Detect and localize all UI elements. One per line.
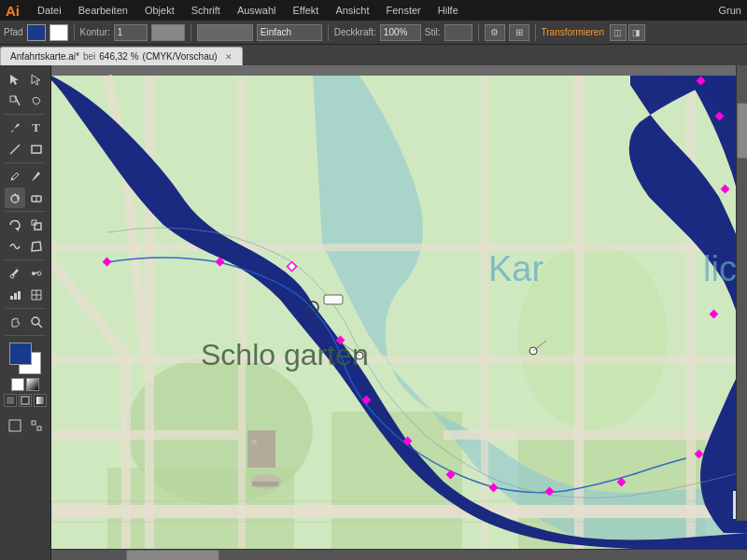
svg-line-18 [38,324,42,328]
tool-row-pen: T [5,118,47,138]
svg-rect-21 [36,397,44,404]
scrollbar-thumb-h[interactable] [126,550,219,560]
transformieren-btn[interactable]: Transformieren [542,27,604,37]
tool-blob-brush[interactable] [5,188,25,208]
gradient-swatch[interactable] [26,378,39,391]
transform-x-btn[interactable]: ◫ [610,24,627,41]
svg-rect-16 [18,291,21,300]
tab-zoom-value: 646,32 % [99,51,138,62]
menu-ansicht[interactable]: Ansicht [331,3,374,18]
menu-hilfe[interactable]: Hilfe [433,3,463,18]
svg-rect-37 [238,76,246,550]
tab-close-btn[interactable]: ✕ [225,52,233,62]
tool-chart[interactable] [5,285,25,305]
svg-text:Schlo   garten: Schlo garten [201,338,369,371]
gradient-mode[interactable] [34,394,47,407]
controlbar: Pfad Kontur: 1 Einfach Deckkraft: 100% S… [0,21,747,45]
tool-eraser[interactable] [26,188,47,208]
sep-4 [5,259,46,260]
tool-scale[interactable] [26,215,47,235]
tool-select[interactable] [5,69,25,90]
svg-rect-48 [324,295,343,304]
svg-rect-22 [9,420,21,431]
line-style[interactable]: Einfach [257,24,322,41]
tool-line[interactable] [5,139,25,160]
none-swatch[interactable] [11,378,24,391]
svg-point-12 [32,272,35,275]
color-pair [9,343,41,374]
canvas-area[interactable]: Schlo garten Kar lich [51,65,747,560]
tool-type[interactable]: T [26,118,47,138]
tool-fullscreen[interactable] [26,415,47,436]
svg-rect-15 [14,293,17,300]
tool-row-eyedrop [5,263,47,284]
stil-box[interactable] [444,24,472,41]
tool-direct-select[interactable] [26,69,47,90]
tab-zoom: bei [83,51,95,62]
fill-swatch[interactable] [27,24,46,41]
scrollbar-thumb-v[interactable] [737,103,747,159]
svg-rect-40 [686,76,696,550]
svg-rect-42 [247,430,275,468]
svg-rect-33 [444,430,747,440]
foreground-color-swatch[interactable] [9,343,32,365]
menu-schrift[interactable]: Schrift [187,3,225,18]
tool-pen[interactable] [5,118,25,138]
sep-1 [5,114,46,115]
stroke-color-box[interactable] [151,24,185,41]
stroke-width[interactable]: 1 [114,24,148,41]
menu-objekt[interactable]: Objekt [140,3,179,18]
menu-auswahl[interactable]: Auswahl [233,3,281,18]
svg-rect-36 [145,76,154,550]
tool-rect[interactable] [26,139,47,160]
menu-datei[interactable]: Datei [33,3,66,18]
opacity-value[interactable]: 100% [380,24,421,41]
fill-mode[interactable] [4,394,17,407]
main-area: T [0,65,747,560]
svg-rect-9 [35,223,41,230]
svg-rect-24 [37,427,41,430]
link-btn[interactable]: ⚙ [485,24,505,41]
tool-lasso[interactable] [26,91,47,111]
document-tab[interactable]: Anfahrtskarte.ai* bei 646,32 % (CMYK/Vor… [0,47,243,65]
tab-filename: Anfahrtskarte.ai* [10,51,79,62]
tool-warp[interactable] [5,236,25,257]
tool-zoom[interactable] [26,312,47,332]
svg-rect-23 [32,421,35,425]
sep2 [190,24,191,41]
svg-rect-3 [32,146,41,153]
menu-bearbeiten[interactable]: Bearbeiten [74,3,133,18]
tool-pencil[interactable] [5,166,25,187]
transform-y-btn[interactable]: ◨ [628,24,645,41]
stroke-swatch[interactable] [49,24,68,41]
svg-rect-44 [252,440,257,444]
scrollbar-horizontal[interactable] [51,549,747,560]
tool-row-transform [5,215,47,235]
stil-label: Stil: [425,27,441,37]
sep-2 [5,162,46,163]
tool-magic-wand[interactable] [5,91,25,111]
map-svg: Schlo garten Kar lich [51,65,747,560]
stroke-style-box[interactable] [197,24,253,41]
tool-blend[interactable] [26,263,47,284]
sep-3 [5,211,46,212]
tool-hand[interactable] [5,312,25,332]
tool-slice[interactable] [26,285,47,305]
stroke-mode[interactable] [19,394,32,407]
tool-screen-mode[interactable] [5,415,25,436]
scrollbar-vertical[interactable] [736,65,747,521]
svg-line-2 [10,145,20,154]
menu-fenster[interactable]: Fenster [381,3,425,18]
sep4 [478,24,479,41]
tool-brush[interactable] [26,166,47,187]
svg-rect-39 [574,76,584,550]
menu-effekt[interactable]: Effekt [288,3,323,18]
tool-rotate[interactable] [5,215,25,235]
tab-mode: (CMYK/Vorschau) [143,51,218,62]
tabbar: Anfahrtskarte.ai* bei 646,32 % (CMYK/Vor… [0,45,747,65]
svg-rect-45 [252,482,278,486]
tool-free-transform[interactable] [26,236,47,257]
tool-eyedropper[interactable] [5,263,25,284]
color-area [0,339,50,411]
settings-btn[interactable]: ⊞ [509,24,529,41]
